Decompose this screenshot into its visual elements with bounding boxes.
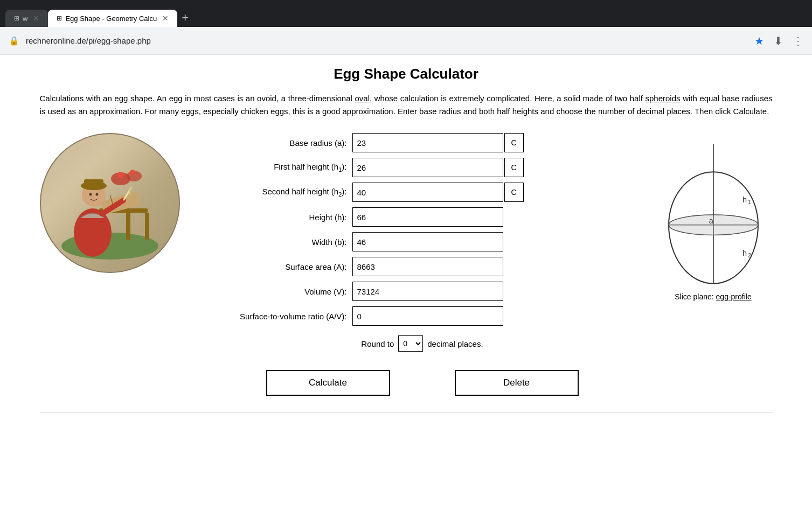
width-input (352, 232, 503, 251)
download-icon[interactable]: ⬇ (774, 34, 783, 47)
svg-point-14 (117, 172, 124, 178)
first-half-height-row: First half height (h1): C (202, 158, 643, 177)
surface-area-label: Surface area (A): (202, 262, 352, 271)
toolbar-icons: ★ ⬇ ⋮ (754, 34, 803, 47)
illustration-area (40, 133, 191, 278)
page-divider (40, 412, 773, 412)
svg-point-10 (89, 193, 92, 196)
tab-area: ⊞ w ✕ ⊞ Egg Shape - Geometry Calcu ✕ + (5, 0, 807, 27)
button-row: Calculate Delete (202, 370, 643, 396)
round-label: Round to (361, 339, 394, 348)
tab-active-label: Egg Shape - Geometry Calcu (65, 15, 157, 23)
volume-row: Volume (V): (202, 282, 643, 301)
base-radius-clear-button[interactable]: C (504, 133, 524, 152)
new-tab-button[interactable]: + (177, 9, 193, 27)
svg-point-19 (669, 215, 758, 235)
first-half-height-label: First half height (h1): (202, 162, 352, 173)
tab-active[interactable]: ⊞ Egg Shape - Geometry Calcu ✕ (48, 10, 177, 27)
egg-profile-link[interactable]: egg-profile (716, 292, 752, 301)
base-radius-label: Base radius (a): (202, 138, 352, 148)
second-half-height-row: Second half height (h2): C (202, 183, 643, 202)
bookmark-star-icon[interactable]: ★ (754, 34, 764, 47)
page-title: Egg Shape Calculator (40, 66, 773, 82)
medieval-illustration (45, 138, 175, 268)
tab-inactive-label: w (23, 15, 27, 23)
svg-text:h: h (742, 195, 746, 204)
volume-input (352, 282, 503, 301)
tab-active-close[interactable]: ✕ (162, 14, 169, 23)
svg-point-11 (95, 193, 98, 196)
delete-button[interactable]: Delete (455, 370, 579, 396)
slice-plane-label: Slice plane: egg-profile (675, 292, 751, 301)
calculate-button[interactable]: Calculate (266, 370, 390, 396)
volume-label: Volume (V): (202, 287, 352, 296)
url-text[interactable]: rechneronline.de/pi/egg-shape.php (26, 36, 748, 45)
svg-rect-9 (84, 179, 103, 188)
svg-rect-2 (126, 213, 130, 240)
first-half-height-input[interactable] (352, 158, 503, 177)
tab-inactive-close[interactable]: ✕ (33, 14, 39, 23)
sv-ratio-input (352, 306, 503, 326)
lock-icon: 🔒 (9, 36, 19, 46)
egg-svg: h 1 h 2 a (654, 138, 773, 289)
desc-before-oval: Calculations with an egg shape. An egg i… (40, 94, 355, 103)
round-select[interactable]: 0 1 2 3 4 5 6 7 8 9 10 (398, 335, 423, 352)
svg-text:1: 1 (748, 199, 751, 205)
base-radius-row: Base radius (a): C (202, 133, 643, 152)
description: Calculations with an egg shape. An egg i… (40, 92, 773, 118)
surface-area-row: Surface area (A): (202, 257, 643, 276)
address-bar: 🔒 rechneronline.de/pi/egg-shape.php ★ ⬇ … (0, 27, 812, 55)
illustration-circle (40, 133, 180, 273)
tab-active-icon: ⊞ (57, 15, 62, 22)
tab-inactive[interactable]: ⊞ w ✕ (5, 10, 48, 27)
desc-after-oval: , whose calculation is extremely complic… (370, 94, 646, 103)
svg-text:2: 2 (748, 253, 751, 258)
width-label: Width (b): (202, 237, 352, 247)
spheroids-link[interactable]: spheroids (646, 94, 681, 103)
base-radius-input[interactable] (352, 133, 503, 152)
menu-icon[interactable]: ⋮ (793, 34, 803, 47)
calculator-area: Base radius (a): C First half height (h1… (40, 133, 773, 396)
browser-chrome: ⊞ w ✕ ⊞ Egg Shape - Geometry Calcu ✕ + (0, 0, 812, 27)
svg-text:a: a (709, 216, 713, 225)
sv-ratio-label: Surface-to-volume ratio (A/V): (202, 312, 352, 321)
page-content: Egg Shape Calculator Calculations with a… (34, 55, 778, 434)
width-row: Width (b): (202, 232, 643, 251)
svg-rect-3 (145, 213, 149, 240)
decimal-places-label: decimal places. (427, 339, 483, 348)
svg-point-15 (130, 170, 135, 175)
height-input (352, 207, 503, 227)
first-half-height-clear-button[interactable]: C (504, 158, 524, 177)
surface-area-input (352, 257, 503, 276)
second-half-height-input[interactable] (352, 183, 503, 202)
second-half-height-label: Second half height (h2): (202, 187, 352, 198)
form-area: Base radius (a): C First half height (h1… (202, 133, 643, 396)
round-to-row: Round to 0 1 2 3 4 5 6 7 8 9 10 decimal … (202, 335, 643, 352)
tab-inactive-icon: ⊞ (14, 15, 19, 22)
egg-diagram: h 1 h 2 a Slice plane: egg-profile (654, 138, 773, 301)
svg-text:h: h (742, 249, 746, 257)
sv-ratio-row: Surface-to-volume ratio (A/V): (202, 306, 643, 326)
height-row: Height (h): (202, 207, 643, 227)
second-half-height-clear-button[interactable]: C (504, 183, 524, 202)
height-label: Height (h): (202, 213, 352, 222)
oval-link[interactable]: oval (355, 94, 370, 103)
